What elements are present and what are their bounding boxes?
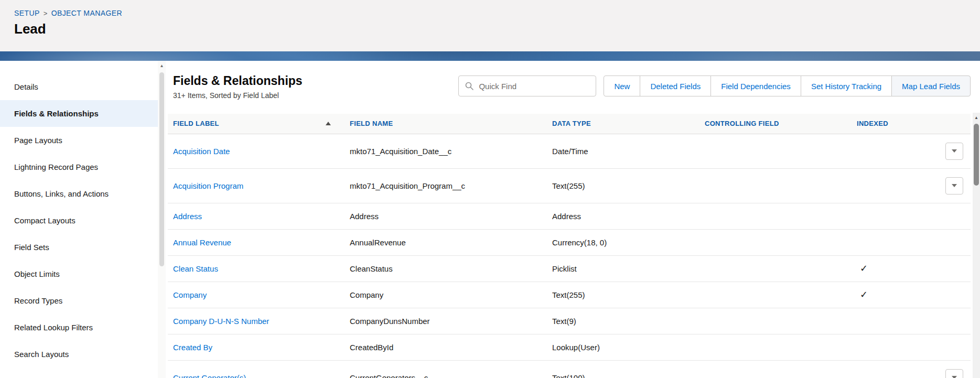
row-actions-menu-button[interactable] (945, 177, 963, 195)
indexed-cell: ✓ (852, 282, 918, 308)
field-name-cell: CreatedById (344, 334, 547, 360)
fields-table: FIELD LABEL FIELD NAME DATA TYPE CONTROL… (168, 114, 971, 378)
row-actions-cell (918, 203, 971, 229)
row-actions-cell (918, 134, 971, 168)
deleted-fields-button[interactable]: Deleted Fields (640, 75, 711, 96)
sidebar-item-compact-layouts[interactable]: Compact Layouts (0, 207, 158, 234)
object-nav-sidebar: DetailsFields & RelationshipsPage Layout… (0, 61, 158, 378)
indexed-check-icon: ✓ (857, 263, 868, 274)
data-type-cell: Date/Time (547, 134, 699, 168)
column-header-label: FIELD LABEL (173, 120, 219, 127)
indexed-cell (852, 134, 918, 168)
column-header-data-type[interactable]: DATA TYPE (547, 114, 699, 134)
row-actions-menu-button[interactable] (945, 143, 963, 160)
scroll-up-icon[interactable]: ▲ (158, 61, 166, 70)
new-button[interactable]: New (604, 75, 640, 96)
theme-banner (0, 51, 980, 61)
field-label-link[interactable]: Address (173, 212, 202, 221)
sidebar-item-object-limits[interactable]: Object Limits (0, 261, 158, 287)
indexed-cell (852, 229, 918, 255)
column-header-controlling-field[interactable]: CONTROLLING FIELD (699, 114, 852, 134)
field-label-link[interactable]: Annual Revenue (173, 238, 231, 247)
controlling-field-cell (699, 282, 852, 308)
data-type-cell: Address (547, 203, 699, 229)
sidebar-item-list-view-button-layout[interactable]: List View Button Layout (0, 368, 158, 378)
row-actions-cell (918, 168, 971, 203)
indexed-cell (852, 168, 918, 203)
sidebar-item-details[interactable]: Details (0, 73, 158, 100)
row-actions-cell (918, 255, 971, 282)
fields-table-body: Acquisition Datemkto71_Acquisition_Date_… (168, 134, 971, 378)
breadcrumb-setup-link[interactable]: SETUP (14, 9, 40, 17)
table-row: AddressAddressAddress (168, 203, 971, 229)
table-row: Acquisition Datemkto71_Acquisition_Date_… (168, 134, 971, 168)
field-name-cell: mkto71_Acquisition_Date__c (344, 134, 547, 168)
sidebar-item-lightning-record-pages[interactable]: Lightning Record Pages (0, 154, 158, 180)
panel-title: Fields & Relationships (173, 74, 458, 88)
field-label-link[interactable]: Clean Status (173, 264, 218, 273)
page-title: Lead (14, 21, 980, 37)
field-name-cell: mkto71_Acquisition_Program__c (344, 168, 547, 203)
field-name-cell: CleanStatus (344, 255, 547, 282)
field-name-cell: Address (344, 203, 547, 229)
field-name-cell: Company (344, 282, 547, 308)
sidebar-item-field-sets[interactable]: Field Sets (0, 234, 158, 261)
data-type-cell: Lookup(User) (547, 334, 699, 360)
breadcrumb-object-manager-link[interactable]: OBJECT MANAGER (51, 9, 122, 17)
field-label-link[interactable]: Current Generator(s) (173, 373, 246, 378)
data-type-cell: Text(255) (547, 282, 699, 308)
panel-header: Fields & Relationships 31+ Items, Sorted… (168, 74, 971, 100)
controlling-field-cell (699, 203, 852, 229)
sidebar-item-record-types[interactable]: Record Types (0, 287, 158, 314)
panel-title-block: Fields & Relationships 31+ Items, Sorted… (173, 74, 458, 100)
sidebar-item-buttons-links-and-actions[interactable]: Buttons, Links, and Actions (0, 180, 158, 207)
row-actions-cell (918, 308, 971, 334)
search-icon (465, 82, 473, 90)
sidebar-item-fields-relationships[interactable]: Fields & Relationships (0, 100, 158, 127)
data-type-cell: Text(100) (547, 360, 699, 378)
field-label-link[interactable]: Created By (173, 343, 212, 352)
chevron-down-icon (952, 184, 957, 187)
table-row: Clean StatusCleanStatusPicklist✓ (168, 255, 971, 282)
controlling-field-cell (699, 134, 852, 168)
sidebar-item-page-layouts[interactable]: Page Layouts (0, 127, 158, 154)
table-row: Current Generator(s)CurrentGenerators__c… (168, 360, 971, 378)
field-dependencies-button[interactable]: Field Dependencies (710, 75, 801, 96)
data-type-cell: Text(9) (547, 308, 699, 334)
field-label-link[interactable]: Acquisition Date (173, 147, 230, 156)
field-label-link[interactable]: Company (173, 290, 207, 299)
row-actions-menu-button[interactable] (945, 369, 963, 378)
breadcrumb: SETUP>OBJECT MANAGER (14, 9, 980, 17)
quick-find-input[interactable] (458, 75, 596, 96)
data-type-cell: Text(255) (547, 168, 699, 203)
set-history-tracking-button[interactable]: Set History Tracking (801, 75, 892, 96)
main-scrollbar[interactable]: ▲ (973, 113, 980, 378)
sidebar-item-related-lookup-filters[interactable]: Related Lookup Filters (0, 314, 158, 341)
indexed-cell: ✓ (852, 255, 918, 282)
column-header-field-label[interactable]: FIELD LABEL (168, 114, 344, 134)
column-header-indexed[interactable]: INDEXED (852, 114, 918, 134)
sidebar-item-search-layouts[interactable]: Search Layouts (0, 341, 158, 368)
field-label-link[interactable]: Acquisition Program (173, 181, 243, 190)
column-header-field-name[interactable]: FIELD NAME (344, 114, 547, 134)
controlling-field-cell (699, 168, 852, 203)
map-lead-fields-button[interactable]: Map Lead Fields (891, 75, 971, 96)
row-actions-cell (918, 334, 971, 360)
field-name-cell: AnnualRevenue (344, 229, 547, 255)
table-row: Annual RevenueAnnualRevenueCurrency(18, … (168, 229, 971, 255)
table-row: CompanyCompanyText(255)✓ (168, 282, 971, 308)
controlling-field-cell (699, 360, 852, 378)
controlling-field-cell (699, 255, 852, 282)
toolbar-button-group: NewDeleted FieldsField DependenciesSet H… (604, 75, 971, 96)
row-actions-cell (918, 229, 971, 255)
main-scrollbar-thumb[interactable] (974, 124, 979, 186)
field-label-link[interactable]: Company D-U-N-S Number (173, 317, 269, 326)
fields-panel: Fields & Relationships 31+ Items, Sorted… (166, 61, 980, 378)
chevron-down-icon (952, 376, 957, 378)
scroll-up-icon[interactable]: ▲ (973, 113, 980, 122)
chevron-down-icon (952, 149, 957, 153)
breadcrumb-separator: > (44, 9, 48, 17)
fields-table-wrap: FIELD LABEL FIELD NAME DATA TYPE CONTROL… (168, 114, 971, 378)
sidebar-scrollbar-thumb[interactable] (159, 72, 164, 266)
sidebar-scrollbar[interactable]: ▲ (158, 61, 166, 378)
